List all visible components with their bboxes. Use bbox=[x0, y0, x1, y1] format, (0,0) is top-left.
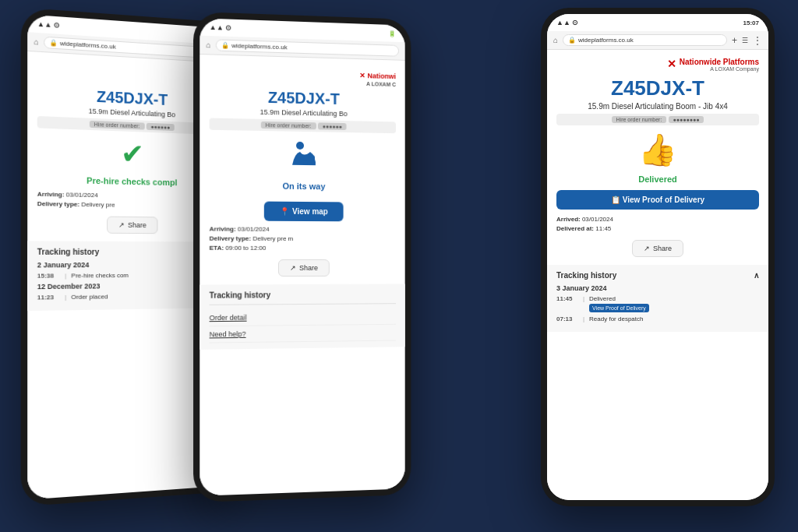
tracking-desc-2-right: Ready for despatch bbox=[589, 315, 759, 322]
browser-bar-right[interactable]: ⌂ 🔒 wideplatforms.co.uk + ☰ ⋮ bbox=[547, 31, 768, 50]
eta-middle: ETA: 09:00 to 12:00 bbox=[210, 245, 396, 252]
share-button-left[interactable]: ↗ Share bbox=[107, 217, 157, 234]
status-icon-middle bbox=[210, 136, 396, 177]
map-pin-icon: 📍 bbox=[280, 207, 289, 216]
url-text-middle: wideplatforms.co.uk bbox=[231, 42, 287, 51]
brand-name-middle: ✕ NationwiA LOXAM C bbox=[210, 72, 396, 87]
order-detail-label: Order detail bbox=[210, 314, 247, 322]
fade-overlay-middle bbox=[200, 428, 404, 496]
lock-icon-right: 🔒 bbox=[568, 37, 576, 44]
arrived-value-right: 03/01/2024 bbox=[582, 216, 613, 223]
url-text-left: wideplatforms.co.uk bbox=[60, 40, 116, 51]
content-inner-right: ✕ Nationwide Platforms A LOXAM Company Z… bbox=[547, 50, 768, 340]
delivery-type-label-middle: Delivery type: bbox=[210, 235, 252, 242]
hire-order-value-right: ●●●●●●●● bbox=[669, 116, 704, 123]
status-right-icons: 15:07 bbox=[743, 19, 759, 26]
status-left-signal: ▲▲ ⊙ bbox=[37, 20, 60, 30]
tracking-sep-1-left: | bbox=[65, 272, 66, 279]
arriving-label-left: Arriving: bbox=[37, 191, 65, 199]
view-map-button[interactable]: 📍 View map bbox=[264, 202, 344, 222]
phone-right-screen: ▲▲ ⊙ 15:07 ⌂ 🔒 wideplatforms.co.uk + ☰ ⋮ bbox=[547, 14, 768, 500]
share-button-middle[interactable]: ↗ Share bbox=[278, 259, 330, 277]
eta-value-middle: 09:00 to 12:00 bbox=[225, 245, 266, 252]
home-icon-left[interactable]: ⌂ bbox=[34, 37, 39, 47]
delivered-at-right: Delivered at: 11:45 bbox=[556, 225, 759, 232]
share-button-right[interactable]: ↗ Share bbox=[632, 240, 683, 257]
status-text-middle: On its way bbox=[210, 181, 396, 192]
hire-order-label-left: Hire order number: bbox=[90, 121, 145, 130]
share-icon-left: ↗ bbox=[118, 221, 125, 229]
hire-order-middle: Hire order number: ●●●●●● bbox=[210, 118, 396, 134]
tracking-history-right: Tracking history ∧ 3 January 2024 11:45 … bbox=[547, 265, 768, 332]
status-right-signal: ▲▲ ⊙ bbox=[556, 19, 578, 26]
arrived-label-right: Arrived: bbox=[556, 216, 581, 223]
hire-order-label-right: Hire order number: bbox=[612, 116, 667, 123]
view-pod-link-right[interactable]: View Proof of Delivery bbox=[589, 304, 649, 312]
lock-icon-left: 🔒 bbox=[49, 39, 57, 47]
order-detail-link[interactable]: Order detail bbox=[210, 308, 396, 326]
delivery-type-value-middle: Delivery pre m bbox=[252, 235, 293, 242]
tracking-sep-1-right: | bbox=[583, 295, 584, 312]
tracking-history-middle: Tracking history Order detail Need help? bbox=[200, 284, 404, 349]
machine-id-middle: Z45DJX-T bbox=[210, 87, 396, 110]
more-options-icon-right[interactable]: ⋮ bbox=[753, 35, 762, 46]
tracking-entry-1-right: 11:45 | Delivered View Proof of Delivery bbox=[556, 295, 759, 312]
phone-right-content: ✕ Nationwide Platforms A LOXAM Company Z… bbox=[547, 50, 768, 500]
brand-sub-right: A LOXAM Company bbox=[680, 66, 759, 72]
plus-icon-right[interactable]: + bbox=[732, 35, 737, 46]
tracking-history-label-middle: Tracking history bbox=[210, 291, 271, 300]
lock-icon-middle: 🔒 bbox=[221, 42, 229, 49]
view-pod-label: View Proof of Delivery bbox=[623, 196, 704, 204]
phone-middle-content: ✕ NationwiA LOXAM C Z45DJX-T 15.9m Diese… bbox=[200, 55, 404, 496]
brand-logo-right: ✕ Nationwide Platforms A LOXAM Company bbox=[556, 58, 759, 72]
tracking-history-label-left: Tracking history bbox=[37, 248, 99, 256]
phone-right: ▲▲ ⊙ 15:07 ⌂ 🔒 wideplatforms.co.uk + ☰ ⋮ bbox=[541, 8, 775, 506]
brand-name-right: Nationwide Platforms bbox=[680, 58, 759, 66]
share-icon-right: ↗ bbox=[644, 245, 650, 252]
machine-desc-right: 15.9m Diesel Articulating Boom - Jib 4x4 bbox=[556, 102, 759, 111]
tracking-entry-2-right: 07:13 | Ready for despatch bbox=[556, 315, 759, 322]
url-text-right: wideplatforms.co.uk bbox=[578, 37, 634, 44]
arriving-middle: Arriving: 03/01/2024 bbox=[210, 225, 396, 233]
status-middle-signal: ▲▲ ⊙ bbox=[210, 23, 232, 32]
home-icon-middle[interactable]: ⌂ bbox=[206, 41, 210, 49]
phone-middle-screen: ▲▲ ⊙ 🔋 ⌂ 🔒 wideplatforms.co.uk bbox=[200, 18, 404, 495]
delivery-type-value-left: Delivery pre bbox=[81, 201, 115, 209]
tracking-title-middle: Tracking history bbox=[210, 290, 396, 299]
tracking-sep-2-left: | bbox=[65, 294, 66, 301]
tracking-sep-2-right: | bbox=[583, 315, 584, 322]
tracking-history-label-right: Tracking history bbox=[556, 271, 616, 280]
url-bar-middle[interactable]: 🔒 wideplatforms.co.uk bbox=[216, 39, 399, 56]
view-pod-button[interactable]: 📋 View Proof of Delivery bbox=[556, 190, 759, 210]
home-icon-right[interactable]: ⌂ bbox=[553, 36, 558, 44]
need-help-link[interactable]: Need help? bbox=[210, 325, 396, 344]
tracking-desc-1-right: Delivered View Proof of Delivery bbox=[589, 295, 759, 312]
phone-right-body: ▲▲ ⊙ 15:07 ⌂ 🔒 wideplatforms.co.uk + ☰ ⋮ bbox=[541, 8, 775, 506]
hire-order-label-middle: Hire order number: bbox=[261, 122, 316, 129]
content-inner-middle: ✕ NationwiA LOXAM C Z45DJX-T 15.9m Diese… bbox=[200, 55, 404, 358]
phone-middle: ▲▲ ⊙ 🔋 ⌂ 🔒 wideplatforms.co.uk bbox=[193, 12, 411, 502]
status-bar-right: ▲▲ ⊙ 15:07 bbox=[547, 14, 768, 31]
need-help-label: Need help? bbox=[210, 330, 246, 339]
arriving-value-middle: 03/01/2024 bbox=[238, 226, 270, 233]
tracking-time-2-right: 07:13 bbox=[556, 315, 578, 322]
tracking-time-1-right: 11:45 bbox=[556, 295, 578, 312]
url-bar-right[interactable]: 🔒 wideplatforms.co.uk bbox=[563, 34, 727, 46]
hire-order-value-middle: ●●●●●● bbox=[318, 122, 347, 130]
share-label-right: Share bbox=[653, 245, 672, 252]
phone-middle-body: ▲▲ ⊙ 🔋 ⌂ 🔒 wideplatforms.co.uk bbox=[193, 12, 411, 502]
tracking-time-1-left: 15:38 bbox=[37, 272, 60, 279]
brand-logo-middle: ✕ NationwiA LOXAM C bbox=[210, 63, 396, 88]
status-text-right: Delivered bbox=[556, 174, 759, 184]
status-middle-battery: 🔋 bbox=[388, 30, 396, 37]
share-label-left: Share bbox=[128, 221, 147, 229]
arrived-right: Arrived: 03/01/2024 bbox=[556, 216, 759, 223]
tracking-time-2-left: 11:23 bbox=[37, 294, 60, 301]
svg-point-0 bbox=[296, 142, 304, 150]
bookmarks-icon-right[interactable]: ☰ bbox=[742, 37, 748, 44]
status-middle-icons: 🔋 bbox=[388, 30, 396, 37]
arriving-label-middle: Arriving: bbox=[210, 225, 236, 232]
tracking-chevron-right[interactable]: ∧ bbox=[754, 271, 759, 280]
delivered-at-value-right: 11:45 bbox=[595, 225, 611, 232]
delivery-type-label-left: Delivery type: bbox=[37, 200, 79, 208]
